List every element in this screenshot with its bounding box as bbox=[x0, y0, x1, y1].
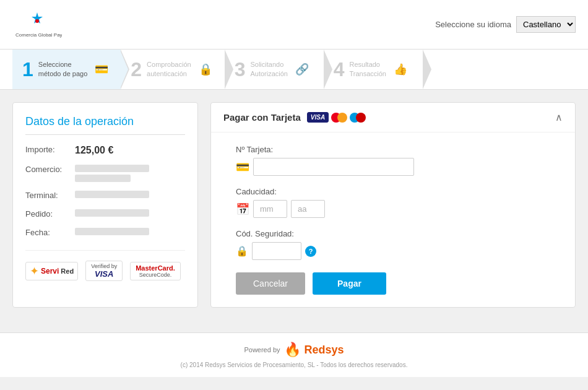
verified-by-text: Verified by bbox=[91, 263, 117, 269]
credit-card-icon: 💳 bbox=[95, 63, 108, 76]
cvv-label: Cód. Seguridad: bbox=[236, 229, 550, 238]
card-number-input[interactable] bbox=[253, 158, 414, 176]
mc-right-circle bbox=[337, 113, 347, 123]
calendar-icon: 📅 bbox=[236, 202, 249, 216]
comercio-label: Comercio: bbox=[25, 165, 75, 174]
right-panel: Pagar con Tarjeta VISA ∧ Nº T bbox=[210, 102, 576, 308]
mastercard-secure-badge: MasterCard. SecureCode. bbox=[130, 262, 181, 280]
servired-red-label: Red bbox=[61, 267, 74, 275]
steps-bar: 1 Seleccionemétodo de pago 💳 2 Comprobac… bbox=[0, 50, 588, 90]
cvv-group: Cód. Seguridad: 🔒 ? bbox=[236, 229, 550, 260]
step-4: 4 ResultadoTransacción 👍 bbox=[324, 50, 423, 89]
card-badges: VISA bbox=[307, 112, 366, 123]
thumbs-up-icon: 👍 bbox=[394, 63, 407, 76]
terminal-value bbox=[75, 191, 149, 201]
cvv-help-icon[interactable]: ? bbox=[305, 246, 316, 257]
importe-row: Importe: 125,00 € bbox=[25, 145, 185, 156]
step-1-label: Seleccionemétodo de pago bbox=[38, 60, 88, 79]
month-input[interactable] bbox=[253, 200, 287, 218]
svg-text:Comercia Global Payments: Comercia Global Payments bbox=[15, 32, 62, 38]
lock-step-icon: 🔒 bbox=[199, 63, 212, 76]
right-panel-body: Nº Tarjeta: 💳 Caducidad: 📅 Cód. Segurida… bbox=[211, 132, 575, 307]
maestro-red-circle bbox=[356, 113, 366, 123]
step-4-label: ResultadoTransacción bbox=[349, 60, 386, 79]
cvv-lock-icon: 🔒 bbox=[236, 245, 248, 257]
step-2-label: Comprobaciónautenticación bbox=[147, 60, 191, 79]
trust-logos: ✦ ServiRed Verified by VISA MasterCard. … bbox=[25, 250, 185, 281]
servired-star-icon: ✦ bbox=[30, 264, 39, 278]
redsys-brand: Redsys bbox=[305, 344, 344, 357]
servired-badge: ✦ ServiRed bbox=[25, 262, 78, 280]
comercio-value bbox=[75, 165, 149, 182]
card-icon: 💳 bbox=[236, 160, 249, 174]
caducidad-label: Caducidad: bbox=[236, 187, 550, 196]
card-number-group: Nº Tarjeta: 💳 bbox=[236, 145, 550, 176]
pay-with-card-label: Pagar con Tarjeta bbox=[223, 112, 301, 123]
pay-button[interactable]: Pagar bbox=[313, 272, 386, 295]
fecha-label: Fecha: bbox=[25, 228, 75, 237]
footer-powered: Powered by 🔥 Redsys bbox=[12, 342, 576, 358]
caducidad-group: Caducidad: 📅 bbox=[236, 187, 550, 218]
step-1: 1 Seleccionemétodo de pago 💳 bbox=[12, 50, 121, 89]
left-panel-title: Datos de la operación bbox=[25, 115, 185, 135]
left-panel: Datos de la operación Importe: 125,00 € … bbox=[12, 102, 198, 308]
powered-by-label: Powered by bbox=[244, 346, 280, 353]
cancel-button[interactable]: Cancelar bbox=[236, 272, 305, 295]
servired-label: Servi bbox=[41, 267, 59, 275]
lang-dropdown[interactable]: Castellano English Català bbox=[516, 16, 576, 33]
step-3: 3 SolicitandoAutorización 🔗 bbox=[225, 50, 324, 89]
mastercard-text: MasterCard. bbox=[136, 264, 175, 272]
right-panel-header: Pagar con Tarjeta VISA ∧ bbox=[211, 103, 575, 132]
logo-image: Comercia Global Payments bbox=[12, 9, 62, 40]
importe-label: Importe: bbox=[25, 145, 75, 154]
footer: Powered by 🔥 Redsys (c) 2014 Redsys Serv… bbox=[0, 332, 588, 377]
pedido-label: Pedido: bbox=[25, 209, 75, 219]
tarjeta-label: Nº Tarjeta: bbox=[236, 145, 550, 154]
maestro-badge bbox=[350, 113, 366, 123]
step-3-label: SolicitandoAutorización bbox=[250, 60, 288, 79]
comercio-row: Comercio: bbox=[25, 165, 185, 182]
pedido-value bbox=[75, 209, 149, 219]
header: Comercia Global Payments Seleccione su i… bbox=[0, 0, 588, 50]
step-3-number: 3 bbox=[235, 59, 246, 79]
cvv-row: 🔒 ? bbox=[236, 242, 550, 260]
logo: Comercia Global Payments bbox=[12, 9, 62, 40]
collapse-icon[interactable]: ∧ bbox=[555, 111, 563, 123]
step-1-number: 1 bbox=[22, 59, 33, 79]
language-selector[interactable]: Seleccione su idioma Castellano English … bbox=[435, 16, 576, 33]
verified-visa-badge: Verified by VISA bbox=[85, 261, 123, 281]
caducidad-row: 📅 bbox=[236, 200, 550, 218]
visa-badge: VISA bbox=[307, 112, 329, 123]
importe-value: 125,00 € bbox=[75, 145, 113, 156]
svg-point-0 bbox=[35, 19, 39, 23]
step-2: 2 Comprobaciónautenticación 🔒 bbox=[121, 50, 224, 89]
cvv-input[interactable] bbox=[252, 242, 301, 260]
right-panel-title: Pagar con Tarjeta VISA bbox=[223, 112, 366, 123]
step-4-number: 4 bbox=[334, 59, 345, 79]
fecha-row: Fecha: bbox=[25, 228, 185, 238]
securecode-text: SecureCode. bbox=[139, 272, 172, 278]
year-input[interactable] bbox=[291, 200, 325, 218]
pedido-row: Pedido: bbox=[25, 209, 185, 219]
lang-label: Seleccione su idioma bbox=[435, 20, 511, 29]
terminal-row: Terminal: bbox=[25, 191, 185, 201]
action-buttons: Cancelar Pagar bbox=[236, 272, 550, 295]
footer-copyright: (c) 2014 Redsys Servicios de Procesamien… bbox=[12, 362, 576, 368]
redsys-flame-icon: 🔥 bbox=[284, 342, 301, 358]
mastercard-badge bbox=[331, 113, 347, 123]
visa-text: VISA bbox=[95, 269, 113, 279]
step-2-number: 2 bbox=[131, 59, 142, 79]
main-content: Datos de la operación Importe: 125,00 € … bbox=[0, 90, 588, 320]
network-icon: 🔗 bbox=[295, 63, 309, 76]
terminal-label: Terminal: bbox=[25, 191, 75, 200]
tarjeta-row: 💳 bbox=[236, 158, 550, 176]
fecha-value bbox=[75, 228, 149, 238]
